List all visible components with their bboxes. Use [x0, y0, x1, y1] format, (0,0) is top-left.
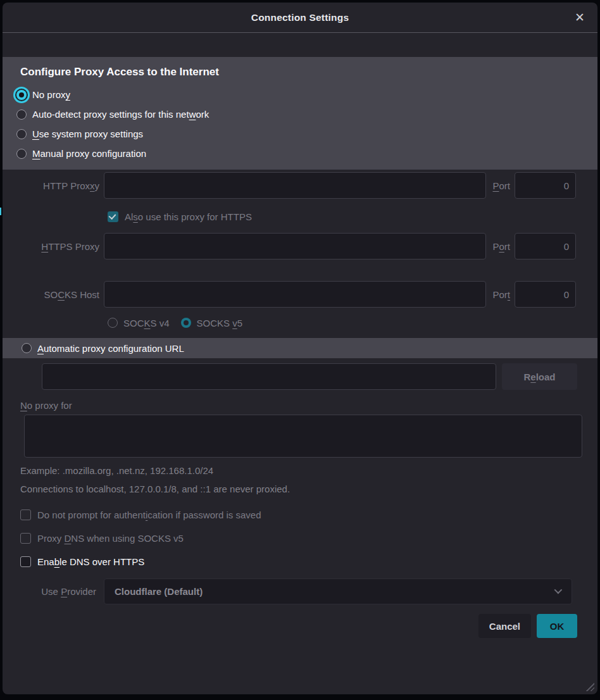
reload-label: Reload [523, 372, 555, 382]
proxy-url-input[interactable] [42, 363, 496, 390]
provider-row: Use Provider Cloudflare (Default) [20, 578, 572, 604]
http-proxy-row: HTTP Proxxy Port [20, 172, 576, 199]
radio-icon [108, 318, 118, 328]
socks-host-label: SOCKS Host [20, 289, 104, 300]
checkbox-checked-icon [108, 211, 118, 222]
https-port-input[interactable] [515, 233, 576, 259]
https-proxy-row: HTTPS Proxy Port [20, 233, 576, 259]
no-proxy-for-textarea[interactable] [24, 415, 582, 458]
close-button[interactable]: ✕ [571, 9, 589, 27]
proxy-mode-section: Configure Proxy Access to the Internet N… [3, 57, 597, 170]
proxy-dns-socks5-label: Proxy DNS when using SOCKS v5 [37, 533, 184, 544]
radio-icon [16, 149, 27, 159]
section-heading: Configure Proxy Access to the Internet [20, 66, 585, 78]
resize-grip-icon[interactable] [585, 682, 594, 691]
dialog-title: Connection Settings [251, 12, 349, 23]
socks-version-row: SOCKS v4 SOCKS v5 [108, 314, 576, 332]
provider-selected-value: Cloudflare (Default) [115, 586, 203, 597]
proxy-dns-socks5-checkbox-row[interactable]: Proxy DNS when using SOCKS v5 [20, 533, 597, 544]
socks-v5-label: SOCKS v5 [197, 318, 243, 328]
also-https-checkbox-row[interactable]: Also use this proxy for HTTPS [108, 208, 576, 225]
socks-host-input[interactable] [104, 281, 486, 308]
close-icon: ✕ [575, 11, 585, 24]
radio-socks-v5[interactable]: SOCKS v5 [181, 318, 243, 328]
radio-automatic-proxy-url[interactable]: Automatic proxy configuration URL [3, 338, 597, 358]
radio-manual-label: Manual proxy configuration [32, 148, 146, 159]
radio-icon [16, 109, 27, 120]
dns-over-https-label: Enable DNS over HTTPS [37, 556, 144, 567]
cancel-button[interactable]: Cancel [478, 614, 531, 638]
no-prompt-auth-label: Do not prompt for authentication if pass… [37, 509, 261, 520]
radio-auto-detect-label: Auto-detect proxy settings for this netw… [32, 109, 209, 120]
radio-auto-detect-proxy[interactable]: Auto-detect proxy settings for this netw… [15, 104, 585, 124]
checkbox-icon [20, 556, 31, 567]
checkmark-icon [109, 211, 116, 219]
https-proxy-label: HTTPS Proxy [20, 241, 104, 252]
radio-socks-v4[interactable]: SOCKS v4 [108, 318, 170, 328]
socks-v4-label: SOCKS v4 [123, 318, 170, 328]
connection-settings-dialog: Connection Settings ✕ Configure Proxy Ac… [3, 3, 597, 694]
automatic-proxy-url-label: Automatic proxy configuration URL [37, 343, 184, 354]
provider-select[interactable]: Cloudflare (Default) [104, 578, 572, 604]
radio-manual-proxy[interactable]: Manual proxy configuration [15, 144, 585, 163]
socks-host-row: SOCKS Host Port [20, 281, 576, 308]
radio-icon [22, 343, 32, 353]
socks-port-label: Port [486, 289, 515, 300]
no-proxy-for-label: No proxy for [20, 400, 597, 411]
dns-over-https-checkbox-row[interactable]: Enable DNS over HTTPS [20, 556, 597, 567]
radio-no-proxy[interactable]: No proxy [15, 85, 585, 104]
radio-icon [16, 129, 27, 139]
checkbox-icon [20, 533, 31, 544]
http-port-input[interactable] [515, 172, 576, 199]
http-proxy-label: HTTP Proxxy [20, 180, 104, 191]
ok-button[interactable]: OK [537, 614, 577, 638]
checkbox-icon [20, 509, 31, 520]
dialog-titlebar: Connection Settings ✕ [3, 3, 597, 33]
proxy-url-row: Reload [42, 363, 577, 390]
http-port-label: Port [486, 180, 515, 191]
chevron-down-icon [554, 586, 563, 594]
reload-button[interactable]: Reload [502, 363, 577, 390]
socks-port-input[interactable] [515, 281, 576, 308]
https-proxy-input[interactable] [104, 233, 486, 259]
radio-selected-icon [16, 90, 27, 100]
screen-edge-artifact [0, 208, 1, 215]
use-provider-label: Use Provider [20, 586, 104, 597]
no-prompt-auth-checkbox-row[interactable]: Do not prompt for authentication if pass… [20, 509, 597, 520]
https-port-label: Port [486, 241, 515, 252]
radio-no-proxy-label: No proxy [32, 89, 70, 100]
also-https-label: Also use this proxy for HTTPS [125, 211, 252, 222]
http-proxy-input[interactable] [104, 172, 486, 199]
dialog-footer: Cancel OK [3, 614, 577, 638]
radio-selected-icon [181, 318, 191, 328]
no-proxy-example-text: Example: .mozilla.org, .net.nz, 192.168.… [20, 465, 597, 476]
localhost-note-text: Connections to localhost, 127.0.0.1/8, a… [20, 484, 597, 494]
radio-use-system-label: Use system proxy settings [32, 128, 143, 139]
radio-use-system-proxy[interactable]: Use system proxy settings [15, 124, 585, 144]
